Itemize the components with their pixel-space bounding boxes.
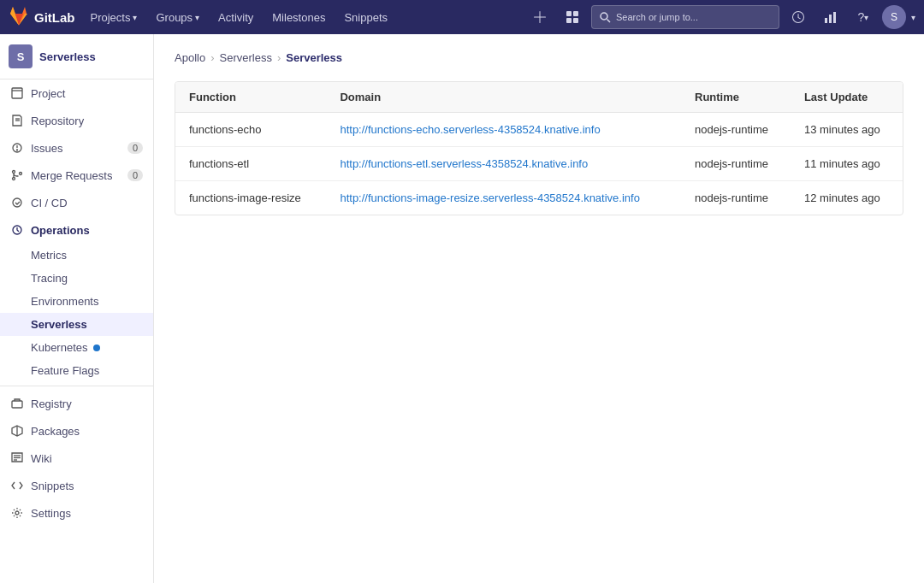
feature-flags-label: Feature Flags — [31, 364, 99, 377]
svg-point-26 — [15, 511, 19, 515]
domain-link-2[interactable]: http://functions-image-resize.serverless… — [340, 191, 639, 204]
breadcrumb-sep-1: › — [210, 51, 214, 64]
domain-2[interactable]: http://functions-image-resize.serverless… — [326, 181, 681, 215]
nav-milestones[interactable]: Milestones — [265, 0, 332, 34]
domain-link-1[interactable]: http://functions-etl.serverless-4358524.… — [340, 157, 588, 170]
sidebar-item-wiki[interactable]: Wiki — [0, 445, 153, 472]
user-avatar-initial: S — [891, 11, 897, 23]
gitlab-logo[interactable]: GitLab — [9, 7, 75, 27]
project-icon — [10, 86, 24, 100]
svg-rect-2 — [566, 18, 572, 23]
sidebar-merge-label: Merge Requests — [31, 169, 112, 182]
serverless-label: Serverless — [31, 318, 87, 331]
help-chevron-icon: ▾ — [864, 13, 868, 22]
breadcrumb-apollo[interactable]: Apollo — [175, 51, 205, 64]
user-avatar-button[interactable]: S — [882, 5, 906, 29]
sidebar-subitem-environments[interactable]: Environments — [0, 290, 153, 313]
nav-new-item-button[interactable] — [526, 3, 554, 31]
sidebar-settings-label: Settings — [31, 507, 71, 520]
domain-0[interactable]: http://functions-echo.serverless-4358524… — [326, 113, 681, 147]
svg-point-19 — [13, 198, 21, 207]
sidebar-subitem-serverless[interactable]: Serverless — [0, 313, 153, 336]
sidebar-item-snippets[interactable]: Snippets — [0, 472, 153, 499]
search-placeholder: Search or jump to... — [616, 12, 698, 22]
sidebar-item-cicd[interactable]: CI / CD — [0, 189, 153, 216]
sidebar-item-packages[interactable]: Packages — [0, 417, 153, 445]
sidebar-packages-label: Packages — [31, 425, 80, 438]
sidebar-item-registry[interactable]: Registry — [0, 390, 153, 417]
sidebar-subitem-metrics[interactable]: Metrics — [0, 244, 153, 267]
gitlab-wordmark: GitLab — [34, 10, 75, 25]
sidebar: S Serverless Project Repository Issues 0 — [0, 34, 154, 583]
nav-groups[interactable]: Groups ▾ — [149, 0, 206, 34]
svg-line-5 — [607, 20, 611, 23]
cicd-icon — [10, 196, 24, 209]
domain-1[interactable]: http://functions-etl.serverless-4358524.… — [326, 147, 681, 181]
svg-point-17 — [13, 178, 15, 180]
snippets-icon — [10, 479, 24, 492]
groups-chevron-icon: ▾ — [195, 13, 199, 22]
nav-clock-icon[interactable] — [785, 3, 812, 31]
settings-icon — [10, 506, 24, 520]
sidebar-item-operations[interactable]: Operations — [0, 216, 153, 244]
sidebar-repository-label: Repository — [31, 115, 84, 127]
breadcrumb-serverless-parent[interactable]: Serverless — [219, 51, 271, 64]
col-runtime: Runtime — [681, 82, 791, 113]
col-function: Function — [175, 82, 326, 113]
sidebar-subitem-kubernetes[interactable]: Kubernetes — [0, 336, 153, 359]
main-layout: S Serverless Project Repository Issues 0 — [0, 34, 924, 583]
sidebar-divider — [0, 386, 153, 386]
sidebar-operations-label: Operations — [31, 224, 90, 237]
last-update-0: 13 minutes ago — [791, 113, 903, 147]
runtime-2: nodejs-runtime — [681, 181, 791, 215]
svg-point-18 — [20, 173, 22, 175]
nav-board-icon[interactable] — [559, 3, 586, 31]
top-navigation: GitLab Projects ▾ Groups ▾ Activity Mile… — [0, 0, 924, 34]
sidebar-item-issues[interactable]: Issues 0 — [0, 134, 153, 162]
nav-activity[interactable]: Activity — [211, 0, 260, 34]
issues-badge: 0 — [127, 142, 143, 154]
table-row: functions-image-resize http://functions-… — [175, 181, 903, 215]
merge-badge: 0 — [127, 169, 143, 181]
table-row: functions-etl http://functions-etl.serve… — [175, 147, 903, 181]
svg-rect-1 — [573, 11, 578, 16]
nav-help-icon[interactable]: ? ▾ — [850, 3, 877, 31]
search-box[interactable]: Search or jump to... — [591, 5, 779, 29]
svg-point-15 — [17, 150, 18, 150]
function-name-0: functions-echo — [175, 113, 326, 147]
domain-link-0[interactable]: http://functions-echo.serverless-4358524… — [340, 123, 600, 136]
tracing-label: Tracing — [31, 272, 68, 285]
table-header-row: Function Domain Runtime Last Update — [175, 82, 903, 113]
table-row: functions-echo http://functions-echo.ser… — [175, 113, 903, 147]
svg-point-4 — [601, 13, 607, 20]
sidebar-project-header: S Serverless — [0, 34, 153, 80]
sidebar-item-project[interactable]: Project — [0, 80, 153, 107]
nav-snippets[interactable]: Snippets — [337, 0, 394, 34]
sidebar-subitem-tracing[interactable]: Tracing — [0, 267, 153, 290]
svg-rect-7 — [829, 15, 832, 23]
kubernetes-dot — [93, 344, 100, 351]
svg-rect-0 — [566, 11, 572, 16]
sidebar-subitem-feature-flags[interactable]: Feature Flags — [0, 359, 153, 382]
sidebar-wiki-label: Wiki — [31, 452, 52, 465]
ops-icon — [10, 223, 24, 237]
sidebar-project-label: Project — [31, 87, 65, 100]
kubernetes-label: Kubernetes — [31, 341, 88, 354]
main-content: Apollo › Serverless › Serverless Functio… — [154, 34, 924, 583]
wiki-icon — [10, 451, 24, 465]
environments-label: Environments — [31, 295, 98, 308]
registry-icon — [10, 397, 24, 410]
sidebar-item-settings[interactable]: Settings — [0, 499, 153, 527]
nav-chart-icon[interactable] — [817, 3, 844, 31]
sidebar-item-merge-requests[interactable]: Merge Requests 0 — [0, 162, 153, 189]
merge-icon — [10, 168, 24, 182]
nav-projects[interactable]: Projects ▾ — [84, 0, 145, 34]
breadcrumb: Apollo › Serverless › Serverless — [175, 51, 903, 64]
col-last-update: Last Update — [791, 82, 903, 113]
sidebar-snippets-label: Snippets — [31, 480, 74, 492]
runtime-1: nodejs-runtime — [681, 147, 791, 181]
svg-rect-8 — [833, 12, 836, 23]
svg-rect-9 — [12, 88, 22, 98]
sidebar-item-repository[interactable]: Repository — [0, 107, 153, 134]
function-name-2: functions-image-resize — [175, 181, 326, 215]
